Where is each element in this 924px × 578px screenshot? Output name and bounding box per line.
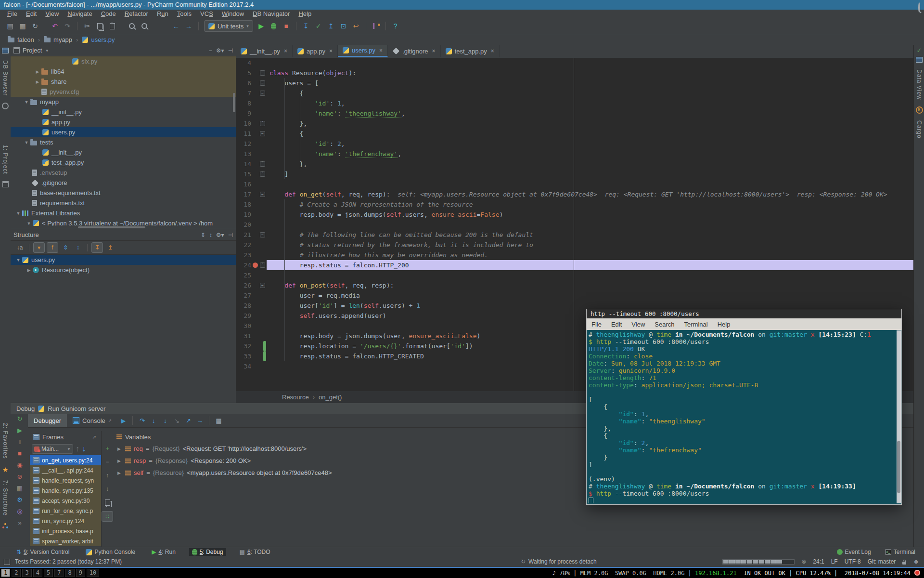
save-all-icon[interactable]: ▦ (17, 21, 28, 31)
help-icon[interactable]: ? (390, 21, 401, 31)
run-configuration-select[interactable]: Unit tests▾ (204, 20, 253, 32)
tab-console[interactable]: Console↗ (67, 414, 117, 427)
terminal-menu-search[interactable]: Search (650, 321, 679, 328)
project-item-tests[interactable]: ▼tests (11, 137, 236, 147)
menu-db-navigator[interactable]: DB Navigator (248, 10, 294, 18)
frame-down-icon[interactable]: ↓ (82, 445, 86, 453)
frame-row[interactable]: handle_request, syn (30, 475, 101, 486)
workspace-3[interactable]: 3 (22, 569, 31, 577)
float-panel-icon[interactable]: ↗ (92, 434, 96, 440)
terminal-menu-help[interactable]: Help (713, 321, 735, 328)
frame-row[interactable]: init_process, base.p (30, 526, 101, 536)
checkout-icon[interactable]: ⊡ (338, 21, 349, 31)
code-line-25[interactable]: 25 (236, 270, 913, 280)
project-item-six-py[interactable]: six.py (11, 56, 236, 66)
structure-item-users-py[interactable]: ▼users.py (11, 255, 236, 265)
frame-up-icon[interactable]: ↑ (76, 445, 79, 453)
data-view-icon[interactable] (916, 57, 923, 63)
resume-icon[interactable]: ▶ (14, 426, 26, 434)
db-scope-icon[interactable] (2, 103, 9, 109)
evaluate-expression-icon[interactable]: ▦ (213, 415, 224, 426)
synchronize-icon[interactable]: ↻ (29, 21, 41, 31)
search-everywhere-icon[interactable] (918, 3, 920, 12)
project-view-dropdown-icon[interactable]: ▾ (46, 48, 48, 53)
show-functions-icon[interactable]: f (47, 242, 58, 253)
close-tab-icon[interactable]: × (329, 48, 333, 54)
menu-code[interactable]: Code (97, 10, 120, 18)
collapse-all-icon[interactable]: ↕ (73, 243, 83, 252)
project-toolwindow-icon[interactable] (2, 181, 9, 187)
move-down-icon[interactable]: ↓ (102, 484, 113, 494)
favorites-star-icon[interactable]: ★ (2, 466, 9, 473)
workspace-4[interactable]: 4 (33, 569, 42, 577)
workspace-2[interactable]: 2 (12, 569, 21, 577)
tool-button-7-structure[interactable]: 7: Structure (2, 480, 9, 516)
project-item-test-app-py[interactable]: test_app.py (11, 158, 236, 168)
collapse-all-icon[interactable]: − (209, 47, 212, 54)
terminal-content[interactable]: # theenglishway @ time in ~/Documents/fa… (589, 331, 896, 503)
project-item-app-py[interactable]: app.py (11, 117, 236, 127)
show-fields-icon[interactable]: ▾ (33, 242, 45, 253)
copy-value-icon[interactable] (102, 498, 113, 507)
terminal-window[interactable]: http --timeout 600 :8000/users FileEditV… (586, 309, 902, 505)
frame-row[interactable]: accept, sync.py:30 (30, 496, 101, 506)
branches-icon[interactable] (370, 21, 382, 31)
code-line-8[interactable]: 8 'id': 1, (236, 98, 913, 108)
toolwindow-terminal[interactable]: >_Terminal (883, 548, 918, 556)
gear-icon[interactable]: ⚙▾ (216, 232, 224, 238)
stop-icon[interactable]: ■ (14, 449, 26, 458)
pin-icon[interactable]: ◎ (14, 507, 26, 515)
project-item-init-py[interactable]: __init__.py (11, 147, 236, 158)
forward-icon[interactable]: → (183, 21, 194, 31)
project-item-share[interactable]: ▶share (11, 77, 236, 87)
breadcrumb-users-py[interactable]: users.py (79, 36, 117, 43)
menu-window[interactable]: Window (218, 10, 248, 18)
db-browser-icon[interactable] (2, 48, 9, 53)
step-into-icon[interactable]: ↓ (148, 415, 159, 426)
replace-icon[interactable] (139, 21, 150, 31)
run-to-cursor-icon[interactable]: → (194, 415, 205, 426)
code-line-19[interactable]: 19 resp.body = json.dumps(self.users, en… (236, 210, 913, 220)
move-up-icon[interactable]: ↑ (102, 471, 113, 480)
back-icon[interactable]: ← (170, 21, 182, 31)
breakpoint-icon[interactable] (253, 263, 258, 268)
code-line-11[interactable]: 11− { (236, 129, 913, 139)
step-into-my-code-icon[interactable]: ↓ (159, 415, 171, 426)
code-line-26[interactable]: 26− def on_post(self, req, resp): (236, 280, 913, 290)
frame-row[interactable]: run, sync.py:124 (30, 516, 101, 526)
code-line-10[interactable]: 10ˆ }, (236, 118, 913, 129)
frame-row[interactable]: run_for_one, sync.p (30, 506, 101, 516)
tool-button-1-project[interactable]: 1: Project (2, 145, 9, 174)
close-tab-icon[interactable]: × (491, 48, 494, 54)
toolwindow-event-log[interactable]: Event Log (834, 548, 874, 556)
menu-view[interactable]: View (41, 10, 63, 18)
workspace-7[interactable]: 7 (54, 569, 64, 577)
expand-all-icon[interactable]: ⇕ (201, 232, 205, 238)
project-item-myapp[interactable]: ▼myapp (11, 97, 236, 107)
frame-row[interactable]: on_get, users.py:24 (30, 455, 101, 465)
push-icon[interactable]: ↥ (325, 21, 337, 31)
code-line-15[interactable]: 15ˆ ] (236, 169, 913, 179)
breadcrumb-falcon[interactable]: falcon (5, 36, 37, 43)
copy-icon[interactable] (94, 21, 105, 31)
settings-icon[interactable]: ⚙ (14, 496, 26, 504)
menu-vcs[interactable]: VCS (196, 10, 218, 18)
hide-panel-icon[interactable]: ⊣ (228, 47, 233, 54)
show-execution-point-icon[interactable]: ▶ (117, 415, 129, 426)
project-item-requirements-txt[interactable]: requirements.txt (11, 198, 236, 208)
menu-run[interactable]: Run (153, 10, 173, 18)
cargo-icon[interactable]: R (916, 106, 923, 114)
tab-app-py[interactable]: app.py× (293, 45, 338, 57)
close-tab-icon[interactable]: × (379, 47, 383, 54)
cut-icon[interactable]: ✂ (81, 21, 93, 31)
autoscroll-from-source-icon[interactable]: ↥ (105, 243, 116, 252)
project-item-lib64[interactable]: ▶lib64 (11, 66, 236, 77)
workspace-10[interactable]: 10 (87, 569, 99, 577)
stop-progress-icon[interactable]: ⊗ (801, 558, 806, 565)
debug-icon[interactable] (268, 21, 280, 31)
frame-row[interactable]: spawn_worker, arbit (30, 536, 101, 546)
terminal-menu-terminal[interactable]: Terminal (680, 321, 713, 328)
structure-item-resource-object[interactable]: ▶cResource(object) (11, 265, 236, 275)
project-item-pyvenv-cfg[interactable]: pyvenv.cfg (11, 87, 236, 97)
project-tree-vscrollbar[interactable] (233, 93, 235, 112)
